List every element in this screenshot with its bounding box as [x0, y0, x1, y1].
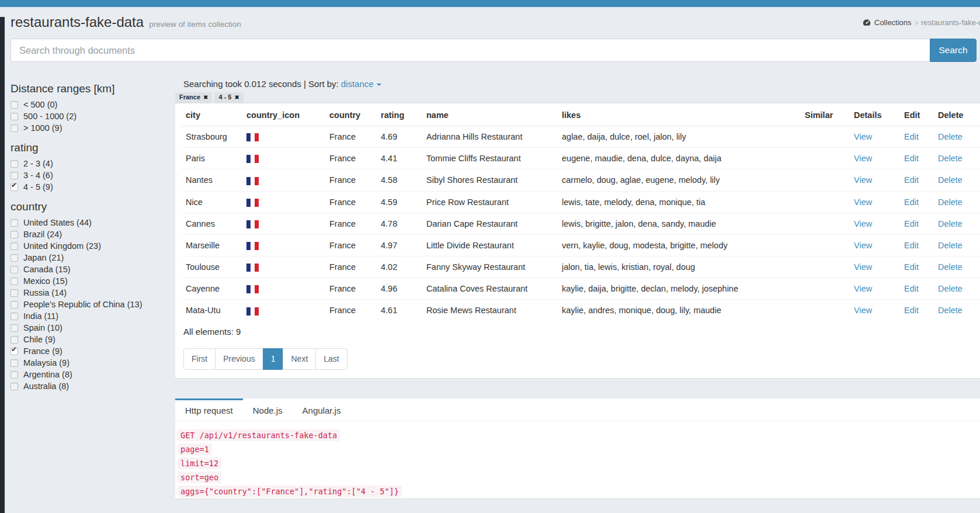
- delete-link[interactable]: Delete: [938, 284, 962, 293]
- edit-link[interactable]: Edit: [904, 306, 919, 315]
- filter-chip-4-5[interactable]: 4 - 5✖: [214, 92, 243, 103]
- remove-icon[interactable]: ✖: [234, 93, 239, 101]
- flag-stripe: [255, 307, 259, 316]
- checkbox-unchecked[interactable]: [11, 359, 18, 367]
- facet-option-chile-9[interactable]: Chile (9): [11, 334, 167, 345]
- facet-option-france-9[interactable]: ✔France (9): [11, 345, 167, 357]
- checkbox-unchecked[interactable]: [11, 124, 18, 132]
- edit-link[interactable]: Edit: [904, 197, 919, 207]
- checkbox-unchecked[interactable]: [11, 278, 18, 285]
- checkbox-unchecked[interactable]: [11, 336, 18, 344]
- cell-likes: aglae, daija, dulce, roel, jalon, lily: [557, 126, 800, 148]
- facet-option-2-3-4[interactable]: 2 - 3 (4): [11, 158, 167, 169]
- edit-link[interactable]: Edit: [904, 132, 919, 141]
- breadcrumb-collections-link[interactable]: Collections: [874, 18, 912, 27]
- cell-city: Cayenne: [181, 278, 242, 300]
- checkbox-unchecked[interactable]: [11, 266, 18, 273]
- page-button-last[interactable]: Last: [315, 348, 347, 370]
- search-button[interactable]: Search: [930, 39, 976, 62]
- tab-http-request[interactable]: Http request: [175, 398, 243, 421]
- edit-link[interactable]: Edit: [904, 219, 919, 228]
- delete-link[interactable]: Delete: [938, 262, 962, 272]
- checkbox-unchecked[interactable]: [11, 371, 18, 379]
- facet-option-malaysia-9[interactable]: Malaysia (9): [11, 357, 167, 369]
- code-text: GET /api/v1/restaurants-fake-data: [178, 429, 340, 441]
- checkbox-unchecked[interactable]: [11, 254, 18, 262]
- facet-option-1000-9[interactable]: > 1000 (9): [11, 122, 167, 134]
- facet-option-4-5-9[interactable]: ✔4 - 5 (9): [11, 181, 167, 193]
- facet-option-united-states-44[interactable]: United States (44): [11, 217, 167, 228]
- delete-link[interactable]: Delete: [938, 197, 962, 207]
- facet-option-argentina-8[interactable]: Argentina (8): [11, 369, 167, 380]
- facet-option-india-11[interactable]: India (11): [11, 310, 167, 322]
- page-button-next[interactable]: Next: [283, 348, 316, 370]
- facet-option-japan-21[interactable]: Japan (21): [11, 252, 167, 264]
- facet-option-500-1000-2[interactable]: 500 - 1000 (2): [11, 110, 167, 122]
- edit-link[interactable]: Edit: [904, 175, 919, 185]
- delete-link[interactable]: Delete: [938, 132, 962, 141]
- checkbox-unchecked[interactable]: [11, 301, 18, 309]
- cell-country-icon: [242, 278, 325, 300]
- facet-option-spain-10[interactable]: Spain (10): [11, 322, 167, 334]
- page-button-1[interactable]: 1: [263, 348, 284, 370]
- checkbox-unchecked[interactable]: [11, 219, 18, 227]
- tab-node-js[interactable]: Node.js: [243, 398, 293, 421]
- checkbox-unchecked[interactable]: [11, 113, 18, 120]
- delete-link[interactable]: Delete: [938, 306, 962, 315]
- checkbox-unchecked[interactable]: [11, 101, 18, 109]
- top-accent-bar: [0, 0, 980, 7]
- facet-option-label: Russia (14): [23, 288, 67, 297]
- checkbox-unchecked[interactable]: [11, 242, 18, 250]
- view-link[interactable]: View: [854, 175, 872, 185]
- cell-edit-link: Edit: [899, 191, 933, 213]
- facet-option-3-4-6[interactable]: 3 - 4 (6): [11, 169, 167, 181]
- remove-icon[interactable]: ✖: [203, 93, 208, 101]
- page-button-previous[interactable]: Previous: [215, 348, 263, 370]
- filter-chip-label: France: [179, 93, 200, 101]
- flag-stripe: [251, 199, 255, 207]
- checkbox-unchecked[interactable]: [11, 160, 18, 168]
- checkbox-unchecked[interactable]: [11, 231, 18, 238]
- sort-dropdown[interactable]: distance: [341, 79, 381, 89]
- view-link[interactable]: View: [854, 132, 872, 141]
- facet-option-brazil-24[interactable]: Brazil (24): [11, 228, 167, 240]
- delete-link[interactable]: Delete: [938, 154, 962, 163]
- checkbox-unchecked[interactable]: [11, 172, 18, 179]
- search-input[interactable]: [11, 39, 930, 62]
- edit-link[interactable]: Edit: [904, 284, 919, 293]
- checkbox-unchecked[interactable]: [11, 324, 18, 332]
- page-button-first[interactable]: First: [183, 348, 216, 370]
- checkbox-checked[interactable]: ✔: [11, 348, 18, 355]
- flag-stripe: [255, 264, 259, 272]
- facet-option-mexico-15[interactable]: Mexico (15): [11, 275, 167, 287]
- facet-option-people-s-republic-of-china-13[interactable]: People's Republic of China (13): [11, 299, 167, 310]
- filter-chip-france[interactable]: France✖: [175, 92, 212, 103]
- checkbox-unchecked[interactable]: [11, 383, 18, 390]
- facet-option-russia-14[interactable]: Russia (14): [11, 287, 167, 299]
- facet-option-500-0[interactable]: < 500 (0): [11, 99, 167, 110]
- cell-similar: [800, 256, 849, 278]
- view-link[interactable]: View: [854, 241, 872, 250]
- edit-link[interactable]: Edit: [904, 241, 919, 250]
- facet-option-australia-8[interactable]: Australia (8): [11, 380, 167, 392]
- checkbox-unchecked[interactable]: [11, 313, 18, 320]
- checkbox-unchecked[interactable]: [11, 289, 18, 297]
- view-link[interactable]: View: [854, 197, 872, 207]
- edit-link[interactable]: Edit: [904, 154, 919, 163]
- breadcrumb-separator: >: [915, 19, 918, 26]
- view-link[interactable]: View: [854, 154, 872, 163]
- edit-link[interactable]: Edit: [904, 262, 919, 272]
- view-link[interactable]: View: [854, 262, 872, 272]
- delete-link[interactable]: Delete: [938, 219, 962, 228]
- request-panel: Http requestNode.jsAngular.js GET /api/v…: [175, 398, 980, 498]
- view-link[interactable]: View: [854, 306, 872, 315]
- delete-link[interactable]: Delete: [938, 241, 962, 250]
- view-link[interactable]: View: [854, 219, 872, 228]
- tab-angular-js[interactable]: Angular.js: [293, 398, 351, 421]
- view-link[interactable]: View: [854, 284, 872, 293]
- checkbox-checked[interactable]: ✔: [11, 183, 18, 191]
- facet-option-united-kingdom-23[interactable]: United Kingdom (23): [11, 240, 167, 252]
- cell-likes: eugene, maudie, dena, dulce, dayna, daij…: [557, 148, 800, 169]
- delete-link[interactable]: Delete: [938, 175, 962, 185]
- facet-option-canada-15[interactable]: Canada (15): [11, 264, 167, 275]
